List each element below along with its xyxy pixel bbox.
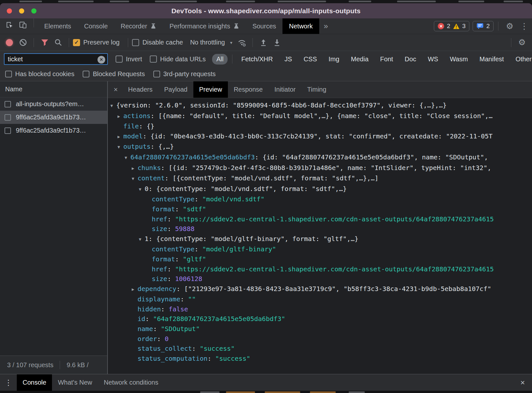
type-filter-js[interactable]: JS (280, 54, 296, 65)
disclosure-triangle-icon[interactable]: ▶ (132, 164, 138, 174)
type-filter-css[interactable]: CSS (300, 54, 321, 65)
json-text: : {,…} (150, 143, 174, 150)
json-string: "gltf" (183, 255, 206, 263)
disable-cache-checkbox[interactable] (132, 39, 139, 46)
type-filter-font[interactable]: Font (376, 54, 397, 65)
invert-checkbox[interactable] (116, 55, 123, 63)
has-blocked-cookies-checkbox[interactable] (5, 71, 12, 77)
page-behind-fragment (226, 1, 255, 2)
json-string: "SDOutput" (161, 325, 200, 333)
record-network-log-button[interactable] (3, 36, 16, 49)
drawer-menu-icon[interactable]: ⋮ (0, 374, 17, 391)
request-row[interactable]: 9ff6ac25afd3a9cf1b73… (0, 111, 107, 124)
third-party-requests-label: 3rd-party requests (163, 70, 216, 78)
inspect-element-icon[interactable] (3, 18, 16, 31)
more-tabs-icon[interactable]: » (319, 18, 332, 34)
disclosure-triangle-icon[interactable]: ▼ (118, 142, 123, 152)
json-key: status_collect (138, 345, 192, 352)
overflow-menu-icon[interactable]: ⋮ (520, 20, 529, 33)
hide-data-urls-label: Hide data URLs (160, 55, 206, 63)
type-filter-manifest[interactable]: Manifest (475, 54, 508, 65)
settings-gear-icon[interactable]: ⚙ (503, 20, 517, 33)
search-icon[interactable] (51, 36, 65, 49)
page-behind-fragment (504, 1, 523, 2)
drawer-tab-console[interactable]: Console (17, 374, 52, 391)
throttling-dropdown[interactable]: No throttling ▾ (190, 39, 232, 46)
export-har-icon[interactable] (270, 36, 284, 49)
json-text: 1: {contentType: "model/gltf-binary", fo… (145, 235, 358, 243)
json-text: {version: "2.6.0", sessionId: "85990094-… (116, 101, 447, 109)
detail-tab-payload[interactable]: Payload (158, 81, 193, 98)
error-count: 2 (447, 23, 450, 30)
close-detail-icon[interactable]: × (108, 81, 122, 98)
tab-sources[interactable]: Sources (246, 18, 282, 34)
network-toolbar: ✓ Preserve log Disable cache No throttli… (0, 34, 532, 51)
tab-recorder[interactable]: Recorder (114, 18, 163, 34)
filter-funnel-icon[interactable] (38, 36, 51, 49)
json-key: chunks (138, 164, 161, 172)
network-settings-gear-icon[interactable]: ⚙ (515, 36, 529, 49)
tab-label: Sources (252, 23, 276, 30)
tab-elements[interactable]: Elements (38, 18, 77, 34)
json-tree-line: ▶actions: [{name: "default", title: "Def… (108, 111, 532, 122)
request-row[interactable]: all-inputs-outputs?em… (0, 97, 107, 111)
request-list-header[interactable]: Name (0, 81, 107, 97)
issues-badge[interactable]: 2 (473, 21, 494, 31)
type-filter-wasm[interactable]: Wasm (445, 54, 472, 65)
close-drawer-icon[interactable]: × (513, 374, 532, 391)
type-filter-fetchxhr[interactable]: Fetch/XHR (237, 54, 277, 65)
disclosure-triangle-icon[interactable]: ▼ (110, 101, 116, 111)
type-filter-all[interactable]: All (212, 54, 228, 65)
disclosure-triangle-icon[interactable]: ▶ (118, 112, 123, 122)
json-text: : (153, 325, 161, 333)
disclosure-triangle-icon[interactable]: ▼ (125, 153, 130, 163)
type-filter-other[interactable]: Other (511, 54, 532, 65)
json-text: : ["21293e97-3a81-4836-8423-8aa31e3719c9… (176, 285, 491, 293)
network-conditions-icon[interactable] (235, 36, 249, 49)
errors-warnings-badge[interactable]: ✕ 2 3 (434, 21, 469, 31)
device-toolbar-icon[interactable] (16, 18, 30, 31)
request-checkbox[interactable] (5, 114, 11, 121)
disclosure-triangle-icon[interactable]: ▶ (132, 285, 138, 295)
detail-tab-headers[interactable]: Headers (122, 81, 159, 98)
json-number: false (169, 305, 188, 313)
import-har-icon[interactable] (257, 36, 270, 49)
json-tree-line: order: 0 (108, 334, 532, 344)
json-tree-line: ▶chunks: [{id: "257479cb-2e4f-4f3c-80b8-… (108, 163, 532, 174)
filter-input[interactable] (4, 53, 108, 65)
detail-tab-preview[interactable]: Preview (193, 81, 228, 98)
clear-filter-icon[interactable]: × (97, 56, 105, 64)
has-blocked-cookies-label: Has blocked cookies (15, 70, 74, 78)
request-detail-panel: × HeadersPayloadPreviewResponseInitiator… (108, 81, 532, 374)
request-checkbox[interactable] (5, 101, 11, 107)
clear-network-log-icon[interactable] (16, 36, 30, 49)
detail-tab-timing[interactable]: Timing (302, 81, 332, 98)
drawer-tab-what-s-new[interactable]: What's New (52, 374, 98, 391)
type-filter-ws[interactable]: WS (424, 54, 442, 65)
network-filter-row-2: Has blocked cookies Blocked Requests 3rd… (0, 67, 532, 81)
request-row[interactable]: 9ff6ac25afd3a9cf1b73… (0, 124, 107, 137)
disclosure-triangle-icon[interactable]: ▼ (139, 185, 145, 195)
type-filter-media[interactable]: Media (347, 54, 373, 65)
blocked-requests-checkbox[interactable] (83, 71, 89, 77)
detail-tab-response[interactable]: Response (228, 81, 269, 98)
third-party-requests-checkbox[interactable] (153, 71, 160, 77)
json-tree-line: ▼outputs: {,…} (108, 142, 532, 152)
hide-data-urls-checkbox[interactable] (150, 55, 157, 63)
tab-network[interactable]: Network (282, 18, 319, 34)
json-text: : {id: "64af28807476237a4615e5e05da6bdf3… (255, 153, 488, 161)
disclosure-triangle-icon[interactable]: ▼ (132, 174, 138, 184)
tab-label: Recorder (121, 23, 147, 30)
type-filter-img[interactable]: Img (324, 54, 343, 65)
json-text: : (161, 305, 169, 313)
preserve-log-checkbox[interactable]: ✓ (73, 39, 80, 46)
detail-tab-list: HeadersPayloadPreviewResponseInitiatorTi… (122, 81, 332, 98)
disclosure-triangle-icon[interactable]: ▼ (139, 235, 145, 245)
tab-console[interactable]: Console (77, 18, 114, 34)
drawer-tab-network-conditions[interactable]: Network conditions (98, 374, 164, 391)
disclosure-triangle-icon[interactable]: ▶ (118, 132, 123, 142)
detail-tab-initiator[interactable]: Initiator (269, 81, 302, 98)
type-filter-doc[interactable]: Doc (401, 54, 421, 65)
request-checkbox[interactable] (5, 127, 11, 134)
tab-performance-insights[interactable]: Performance insights (163, 18, 246, 34)
